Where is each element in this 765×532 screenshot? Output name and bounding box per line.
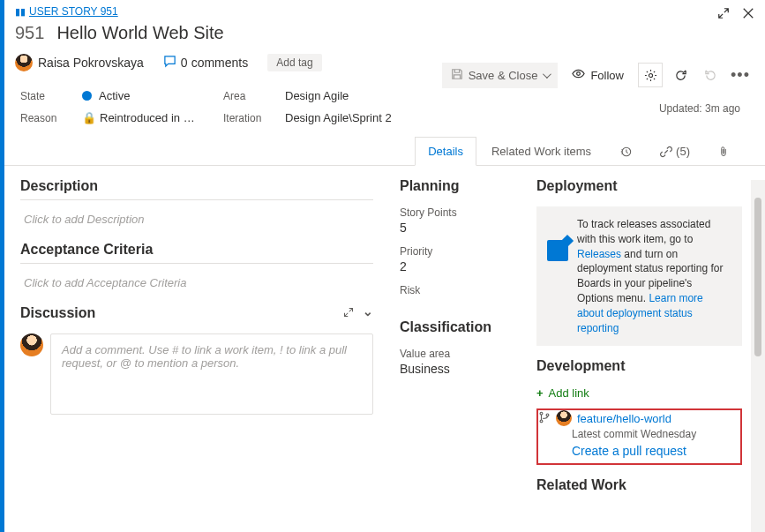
scrollbar[interactable]: [751, 180, 765, 532]
lock-icon: 🔒: [82, 111, 96, 124]
create-pull-request-link[interactable]: Create a pull request: [572, 444, 686, 458]
work-item-title[interactable]: Hello World Web Site: [56, 23, 223, 43]
tab-related[interactable]: Related Work items: [478, 137, 604, 165]
plus-icon: +: [536, 386, 544, 400]
svg-point-0: [577, 72, 581, 76]
svg-point-3: [540, 412, 543, 415]
area-picker[interactable]: Design Agile: [285, 89, 550, 102]
tab-details[interactable]: Details: [415, 137, 476, 166]
expand-icon[interactable]: [717, 7, 730, 22]
avatar: [20, 333, 43, 356]
priority-label: Priority: [400, 245, 510, 258]
svg-point-5: [546, 414, 549, 416]
value-area-field[interactable]: Business: [400, 362, 510, 376]
deployment-heading: Deployment: [536, 178, 742, 199]
iteration-label: Iteration: [223, 112, 285, 124]
development-heading: Development: [536, 358, 742, 379]
avatar: [556, 410, 572, 426]
assignee-picker[interactable]: Raisa Pokrovskaya: [15, 54, 144, 71]
value-area-label: Value area: [400, 348, 510, 360]
follow-button[interactable]: Follow: [563, 62, 633, 88]
tab-history[interactable]: [606, 137, 645, 165]
tab-attachments[interactable]: [705, 137, 742, 165]
reason-picker[interactable]: 🔒Reintroduced in …: [82, 111, 223, 124]
story-points-field[interactable]: 5: [400, 221, 510, 235]
rocket-icon: [547, 240, 568, 261]
comment-icon: [163, 55, 176, 71]
assignee-name: Raisa Pokrovskaya: [38, 56, 144, 70]
work-item-id: 951: [15, 23, 44, 43]
updated-label: Updated: 3m ago: [659, 102, 740, 115]
save-icon: [451, 68, 463, 83]
more-actions-button[interactable]: •••: [728, 63, 753, 87]
avatar: [15, 54, 33, 71]
deployment-panel: To track releases associated with this w…: [536, 206, 742, 346]
releases-link[interactable]: Releases: [577, 248, 621, 260]
comments-button[interactable]: 0 comments: [163, 55, 248, 71]
refresh-button[interactable]: [668, 63, 693, 87]
description-field[interactable]: Click to add Description: [20, 207, 373, 242]
chevron-down-icon: [543, 70, 551, 79]
add-link-button[interactable]: + Add link: [536, 386, 742, 400]
area-label: Area: [223, 90, 285, 102]
classification-heading: Classification: [400, 319, 510, 341]
acceptance-criteria-heading: Acceptance Criteria: [20, 242, 373, 264]
reason-label: Reason: [20, 112, 82, 124]
state-picker[interactable]: Active: [82, 89, 223, 102]
discussion-heading: Discussion ⌄: [20, 305, 373, 326]
add-tag-button[interactable]: Add tag: [267, 54, 321, 71]
state-dot-icon: [82, 91, 92, 101]
branch-icon: [538, 411, 551, 426]
branch-link[interactable]: feature/hello-world: [577, 412, 671, 425]
priority-field[interactable]: 2: [400, 259, 510, 273]
close-icon[interactable]: [742, 7, 754, 22]
story-points-label: Story Points: [400, 206, 510, 219]
related-work-heading: Related Work: [536, 477, 742, 498]
comment-input[interactable]: Add a comment. Use # to link a work item…: [50, 333, 373, 415]
save-close-button[interactable]: Save & Close: [442, 63, 559, 88]
parent-link[interactable]: USER STORY 951: [29, 5, 118, 18]
tabs: Details Related Work items (5): [4, 137, 765, 166]
collapse-icon[interactable]: ⌄: [363, 304, 373, 318]
scrollbar-thumb[interactable]: [754, 198, 761, 356]
maximize-icon[interactable]: [343, 306, 354, 320]
svg-point-1: [649, 73, 652, 77]
eye-icon: [572, 67, 585, 83]
branch-meta: Latest commit Wednesday: [572, 428, 737, 440]
settings-button[interactable]: [638, 63, 663, 87]
undo-button[interactable]: [698, 63, 723, 87]
work-item-type-icon: ▮▮: [15, 6, 26, 18]
state-label: State: [20, 90, 82, 102]
description-heading: Description: [20, 178, 373, 200]
pull-request-highlight: feature/hello-world Latest commit Wednes…: [536, 408, 742, 465]
planning-heading: Planning: [400, 178, 510, 199]
risk-label: Risk: [400, 284, 510, 296]
acceptance-criteria-field[interactable]: Click to add Acceptance Criteria: [20, 271, 373, 305]
tab-links[interactable]: (5): [647, 137, 703, 165]
iteration-picker[interactable]: Design Agile\Sprint 2: [285, 111, 550, 124]
svg-point-4: [540, 420, 543, 423]
